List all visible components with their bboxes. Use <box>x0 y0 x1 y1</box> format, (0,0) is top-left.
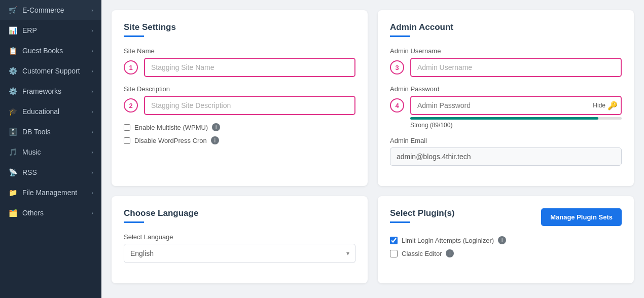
admin-password-label: Admin Password <box>390 85 622 93</box>
disable-cron-row: Disable WordPress Cron i <box>124 136 355 144</box>
educational-icon: 🎓 <box>8 107 17 116</box>
step-3-badge: 3 <box>390 60 404 74</box>
site-description-input[interactable] <box>144 96 355 115</box>
sidebar: 🛒 E-Commerce › 📊 ERP › 📋 Guest Books › ⚙… <box>0 0 101 298</box>
select-language-label: Select Language <box>124 233 355 241</box>
step-2-badge: 2 <box>124 98 138 113</box>
sidebar-item-label: RSS <box>22 168 37 176</box>
sidebar-item-erp[interactable]: 📊 ERP › <box>0 20 101 41</box>
sidebar-item-label: Music <box>22 148 41 156</box>
language-select[interactable]: English Español Français Deutsch 中文 <box>124 244 355 263</box>
step-4-badge: 4 <box>390 98 404 113</box>
customersupport-icon: ⚙️ <box>8 67 17 75</box>
sidebar-item-label: Customer Support <box>22 67 80 75</box>
classic-editor-row: Classic Editor i <box>390 249 622 257</box>
chevron-icon: › <box>91 88 93 94</box>
admin-password-row: 4 Hide 🔑 <box>390 96 622 115</box>
chevron-icon: › <box>91 210 93 216</box>
choose-language-card: Choose Language Select Language English … <box>112 196 368 283</box>
manage-plugin-sets-button[interactable]: Manage Plugin Sets <box>541 208 622 226</box>
limit-login-row: Limit Login Attempts (Loginizer) i <box>390 236 622 244</box>
sidebar-item-label: Others <box>22 209 44 217</box>
sidebar-item-educational[interactable]: 🎓 Educational › <box>0 101 101 122</box>
select-language-group: Select Language English Español Français… <box>124 233 355 263</box>
admin-account-underline <box>390 35 410 37</box>
site-settings-underline <box>124 35 144 37</box>
main-content: Site Settings Site Name 1 Site Descripti… <box>101 0 644 298</box>
music-icon: 🎵 <box>8 148 17 156</box>
site-settings-card: Site Settings Site Name 1 Site Descripti… <box>112 10 368 186</box>
sidebar-item-rss[interactable]: 📡 RSS › <box>0 162 101 182</box>
sidebar-item-label: Guest Books <box>22 47 63 55</box>
site-description-row: 2 <box>124 96 355 115</box>
language-underline <box>124 221 144 223</box>
admin-account-title: Admin Account <box>390 22 622 32</box>
content-grid: Site Settings Site Name 1 Site Descripti… <box>112 10 634 283</box>
sidebar-item-dbtools[interactable]: 🗄️ DB Tools › <box>0 122 101 142</box>
chevron-icon: › <box>91 129 93 135</box>
admin-email-label: Admin Email <box>390 137 622 144</box>
chevron-icon: › <box>91 27 93 33</box>
sidebar-item-others[interactable]: 🗂️ Others › <box>0 203 101 223</box>
sidebar-item-label: E-Commerce <box>22 6 64 14</box>
erp-icon: 📊 <box>8 26 17 34</box>
site-name-input[interactable] <box>144 58 355 77</box>
enable-multisite-checkbox[interactable] <box>124 124 130 131</box>
cron-info-icon[interactable]: i <box>211 136 219 144</box>
admin-email-input[interactable] <box>390 147 622 166</box>
chevron-icon: › <box>91 7 93 13</box>
filemanagement-icon: 📁 <box>8 189 17 197</box>
language-select-wrapper: English Español Français Deutsch 中文 ▾ <box>124 244 355 263</box>
chevron-icon: › <box>91 108 93 115</box>
sidebar-item-label: File Management <box>22 189 77 197</box>
chevron-icon: › <box>91 149 93 155</box>
classic-editor-label: Classic Editor <box>402 250 442 257</box>
classic-editor-info-icon[interactable]: i <box>446 249 454 257</box>
site-settings-title: Site Settings <box>124 22 355 32</box>
admin-password-input[interactable] <box>410 96 622 115</box>
guestbooks-icon: 📋 <box>8 47 17 55</box>
dbtools-icon: 🗄️ <box>8 128 17 136</box>
sidebar-item-frameworks[interactable]: ⚙️ Frameworks › <box>0 81 101 101</box>
frameworks-icon: ⚙️ <box>8 87 17 95</box>
admin-password-group: Admin Password 4 Hide 🔑 Strong (89/100) <box>390 85 622 129</box>
disable-cron-label: Disable WordPress Cron <box>134 137 207 144</box>
site-name-group: Site Name 1 <box>124 47 355 77</box>
sidebar-item-label: ERP <box>22 26 37 34</box>
admin-username-group: Admin Username 3 <box>390 47 622 77</box>
sidebar-item-ecommerce[interactable]: 🛒 E-Commerce › <box>0 0 101 20</box>
admin-email-group: Admin Email <box>390 137 622 166</box>
sidebar-item-label: Educational <box>22 107 59 116</box>
sidebar-item-filemanagement[interactable]: 📁 File Management › <box>0 182 101 203</box>
sidebar-item-music[interactable]: 🎵 Music › <box>0 142 101 162</box>
admin-username-input[interactable] <box>410 58 622 77</box>
sidebar-item-label: DB Tools <box>22 128 51 136</box>
multisite-info-icon[interactable]: i <box>212 123 220 131</box>
sidebar-item-guestbooks[interactable]: 📋 Guest Books › <box>0 41 101 61</box>
enable-multisite-label: Enable Multisite (WPMU) <box>134 124 208 131</box>
ecommerce-icon: 🛒 <box>8 6 17 14</box>
limit-login-info-icon[interactable]: i <box>498 236 506 244</box>
plugins-title-area: Select Plugin(s) <box>390 208 455 233</box>
classic-editor-checkbox[interactable] <box>390 250 398 257</box>
chevron-icon: › <box>91 190 93 196</box>
plugins-header: Select Plugin(s) Manage Plugin Sets <box>390 208 622 233</box>
strength-bar-fill <box>410 117 598 120</box>
site-description-group: Site Description 2 <box>124 85 355 115</box>
admin-account-card: Admin Account Admin Username 3 Admin Pas… <box>378 10 634 186</box>
enable-multisite-row: Enable Multisite (WPMU) i <box>124 123 355 131</box>
hide-password-button[interactable]: Hide <box>593 102 605 109</box>
chevron-icon: › <box>91 48 93 54</box>
choose-language-title: Choose Language <box>124 208 355 218</box>
chevron-icon: › <box>91 68 93 74</box>
sidebar-item-customersupport[interactable]: ⚙️ Customer Support › <box>0 61 101 81</box>
select-plugins-card: Select Plugin(s) Manage Plugin Sets Limi… <box>378 196 634 283</box>
key-icon[interactable]: 🔑 <box>607 101 618 110</box>
site-description-label: Site Description <box>124 85 355 93</box>
others-icon: 🗂️ <box>8 209 17 217</box>
limit-login-checkbox[interactable] <box>390 237 398 244</box>
chevron-icon: › <box>91 169 93 175</box>
strength-text: Strong (89/100) <box>410 122 622 129</box>
strength-bar-bg <box>410 117 622 120</box>
disable-cron-checkbox[interactable] <box>124 137 130 144</box>
